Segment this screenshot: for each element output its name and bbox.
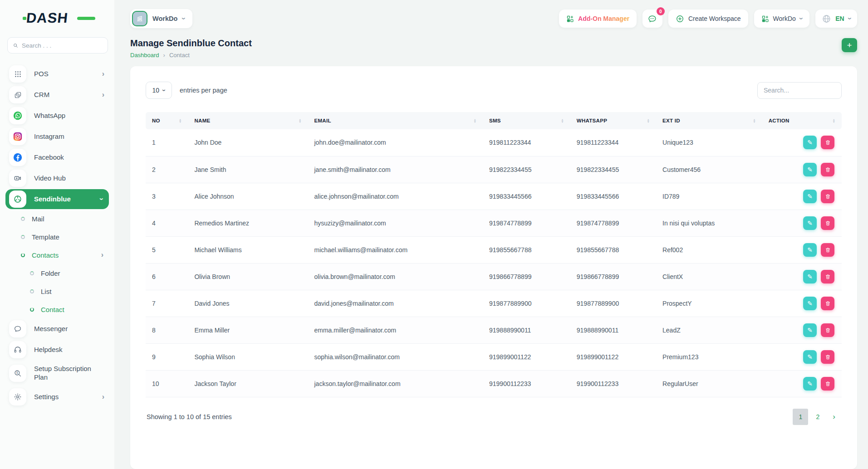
cell-whatsapp: 919833445566 [570, 183, 656, 210]
delete-button[interactable] [821, 136, 834, 149]
sidebar-item-pos[interactable]: POS › [0, 64, 114, 84]
chevron-right-icon: › [163, 52, 165, 59]
delete-button[interactable] [821, 297, 834, 310]
column-header-action[interactable]: ACTION [769, 118, 790, 123]
table-header-row: NO▲▼ NAME▲▼ EMAIL▲▼ SMS▲▼ WHATSAPP▲▼ EXT… [146, 112, 842, 129]
table-row: 1 John Doe john.doe@mailinator.com 91981… [146, 129, 842, 156]
sidebar: DASH POS › CRM › [0, 0, 114, 469]
chevron-right-icon: › [102, 393, 104, 401]
addon-manager-button[interactable]: Add-On Manager [559, 10, 637, 28]
cell-ext-id: In nisi qui voluptas [656, 210, 762, 236]
column-header-sms[interactable]: SMS [489, 118, 501, 123]
cell-no: 6 [146, 263, 188, 290]
chevron-right-icon: › [102, 70, 104, 78]
sidebar-item-label: POS [34, 70, 102, 78]
add-contact-button[interactable]: + [842, 38, 857, 52]
pencil-icon: ✎ [807, 139, 813, 146]
app-logo[interactable]: DASH [26, 9, 90, 27]
edit-button[interactable]: ✎ [803, 163, 817, 176]
edit-button[interactable]: ✎ [803, 190, 817, 203]
sidebar-item-sendinblue[interactable]: Sendinblue › [5, 189, 109, 209]
video-camera-icon [9, 170, 26, 187]
cell-email: jane.smith@mailinator.com [308, 156, 483, 183]
sidebar-item-helpdesk[interactable]: Helpdesk [0, 339, 114, 360]
language-button[interactable]: EN › [815, 10, 857, 28]
page-button-2[interactable]: 2 [810, 409, 825, 425]
column-header-email[interactable]: EMAIL [314, 118, 331, 123]
sidebar-item-folder[interactable]: Folder [0, 264, 114, 282]
delete-button[interactable] [821, 190, 834, 203]
cell-email: jackson.taylor@mailinator.com [308, 370, 483, 397]
edit-button[interactable]: ✎ [803, 270, 817, 283]
delete-button[interactable] [821, 323, 834, 337]
cell-sms: 919900112233 [483, 370, 570, 397]
breadcrumb: Dashboard › Contact [130, 52, 252, 59]
globe-icon [822, 14, 831, 24]
logo-dash-accent [77, 17, 95, 20]
sidebar-item-template[interactable]: Template [0, 228, 114, 246]
edit-button[interactable]: ✎ [803, 323, 817, 337]
breadcrumb-dashboard-link[interactable]: Dashboard [130, 52, 159, 59]
sidebar-item-instagram[interactable]: Instagram [0, 126, 114, 147]
cell-ext-id: Unique123 [656, 129, 762, 156]
entries-select[interactable]: 10 › [146, 82, 172, 99]
sidebar-item-contacts[interactable]: Contacts › [0, 246, 114, 264]
sort-arrows-icon[interactable]: ▲▼ [833, 118, 835, 123]
delete-button[interactable] [821, 216, 834, 230]
sidebar-item-messenger[interactable]: Messenger [0, 318, 114, 339]
delete-button[interactable] [821, 243, 834, 257]
sidebar-item-settings[interactable]: Settings › [0, 386, 114, 407]
grid-plus-icon [566, 15, 574, 23]
chevron-right-icon: › [102, 91, 104, 99]
column-header-ext-id[interactable]: EXT ID [662, 118, 680, 123]
messenger-icon [9, 320, 26, 337]
cell-action: ✎ [762, 129, 842, 156]
sort-arrows-icon[interactable]: ▲▼ [474, 118, 476, 123]
page-button-1[interactable]: 1 [793, 409, 808, 425]
sort-arrows-icon[interactable]: ▲▼ [299, 118, 301, 123]
sidebar-item-whatsapp[interactable]: WhatsApp [0, 105, 114, 126]
sidebar-search-input[interactable] [22, 42, 102, 49]
messages-button[interactable]: 0 [642, 10, 662, 28]
delete-button[interactable] [821, 270, 834, 283]
delete-button[interactable] [821, 350, 834, 364]
create-workspace-button[interactable]: Create Workspace [668, 10, 748, 28]
sidebar-item-contact[interactable]: Contact [0, 300, 114, 318]
bullet-icon [30, 308, 34, 312]
table-row: 3 Alice Johnson alice.johnson@mailinator… [146, 183, 842, 210]
column-header-name[interactable]: NAME [194, 118, 210, 123]
sidebar-item-mail[interactable]: Mail [0, 210, 114, 228]
workspace-pill[interactable]: WorkDo › [130, 9, 192, 28]
sidebar-item-label: Helpdesk [34, 346, 104, 354]
edit-button[interactable]: ✎ [803, 243, 817, 257]
sidebar-item-list[interactable]: List [0, 282, 114, 300]
contacts-table-body: 1 John Doe john.doe@mailinator.com 91981… [146, 129, 842, 397]
edit-button[interactable]: ✎ [803, 297, 817, 310]
delete-button[interactable] [821, 377, 834, 391]
trash-icon [825, 300, 831, 307]
workspace-menu-button[interactable]: WorkDo › [754, 10, 810, 28]
edit-button[interactable]: ✎ [803, 350, 817, 364]
cell-no: 5 [146, 236, 188, 263]
next-page-button[interactable]: › [827, 412, 841, 421]
table-row: 7 David Jones david.jones@mailinator.com… [146, 290, 842, 317]
sort-arrows-icon[interactable]: ▲▼ [179, 118, 181, 123]
sort-arrows-icon[interactable]: ▲▼ [647, 118, 650, 123]
table-search-input[interactable] [757, 82, 842, 99]
main-content: WorkDo › Add-On Manager 0 Create Workspa… [114, 0, 868, 469]
sort-arrows-icon[interactable]: ▲▼ [561, 118, 564, 123]
sidebar-item-crm[interactable]: CRM › [0, 84, 114, 105]
edit-button[interactable]: ✎ [803, 377, 817, 391]
edit-button[interactable]: ✎ [803, 216, 817, 230]
sort-arrows-icon[interactable]: ▲▼ [753, 118, 755, 123]
sidebar-item-setup-subscription-plan[interactable]: $ Setup Subscription Plan [0, 360, 114, 386]
sidebar-item-facebook[interactable]: Facebook [0, 147, 114, 168]
edit-button[interactable]: ✎ [803, 136, 817, 149]
headphones-icon [9, 341, 26, 358]
column-header-no[interactable]: NO [152, 118, 160, 123]
sidebar-item-video-hub[interactable]: Video Hub [0, 168, 114, 189]
column-header-whatsapp[interactable]: WHATSAPP [577, 118, 607, 123]
cell-name: Michael Williams [188, 236, 308, 263]
sidebar-item-label: Contact [41, 306, 114, 313]
delete-button[interactable] [821, 163, 834, 176]
